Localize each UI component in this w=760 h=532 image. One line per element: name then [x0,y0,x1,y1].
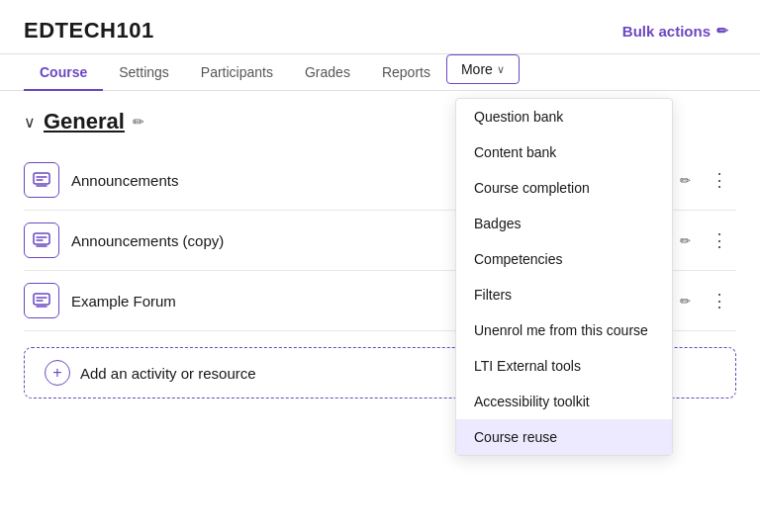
chevron-down-icon: ∨ [497,63,505,76]
activity-icon-announcements-copy [24,222,59,258]
activity-menu-icon-announcements-copy[interactable]: ⋮ [703,225,736,255]
dropdown-item-competencies[interactable]: Competencies [456,241,672,277]
tab-reports[interactable]: Reports [366,54,446,90]
activity-edit-icon-example-forum[interactable]: ✏ [680,294,691,309]
dropdown-item-badges[interactable]: Badges [456,206,672,241]
tab-settings[interactable]: Settings [103,54,185,90]
dropdown-item-course-reuse[interactable]: Course reuse [456,419,672,455]
add-activity-label: Add an activity or resource [80,365,256,382]
dropdown-item-course-completion[interactable]: Course completion [456,170,672,206]
dropdown-item-content-bank[interactable]: Content bank [456,134,672,170]
dropdown-item-accessibility[interactable]: Accessibility toolkit [456,384,672,419]
svg-rect-2 [34,294,49,305]
dropdown-item-question-bank[interactable]: Question bank [456,99,672,134]
site-title: EDTECH101 [24,18,154,44]
tab-participants[interactable]: Participants [185,54,289,90]
dropdown-item-lti-external[interactable]: LTI External tools [456,348,672,384]
tab-grades[interactable]: Grades [289,54,366,90]
nav-tabs: Course Settings Participants Grades Repo… [0,54,760,91]
section-collapse-icon[interactable]: ∨ [24,113,36,132]
activity-menu-icon-example-forum[interactable]: ⋮ [703,286,736,315]
svg-rect-1 [34,233,49,244]
add-plus-icon: + [45,360,70,386]
section-title: General [44,109,125,134]
tab-more[interactable]: More ∨ [446,54,520,84]
pencil-icon: ✏ [716,23,728,39]
bulk-actions-label: Bulk actions [622,23,711,40]
bulk-actions-button[interactable]: Bulk actions ✏ [615,19,736,44]
svg-rect-0 [34,173,49,184]
activity-icon-announcements [24,162,59,198]
section-edit-icon[interactable]: ✏ [133,114,144,130]
activity-edit-icon-announcements[interactable]: ✏ [680,173,691,188]
activity-edit-icon-announcements-copy[interactable]: ✏ [680,233,691,248]
dropdown-item-unenrol[interactable]: Unenrol me from this course [456,312,672,348]
header: EDTECH101 Bulk actions ✏ [0,0,760,54]
more-dropdown-menu: Question bank Content bank Course comple… [455,98,673,456]
tab-course[interactable]: Course [24,54,103,90]
activity-menu-icon-announcements[interactable]: ⋮ [703,165,736,195]
dropdown-item-filters[interactable]: Filters [456,277,672,312]
activity-icon-example-forum [24,283,59,318]
